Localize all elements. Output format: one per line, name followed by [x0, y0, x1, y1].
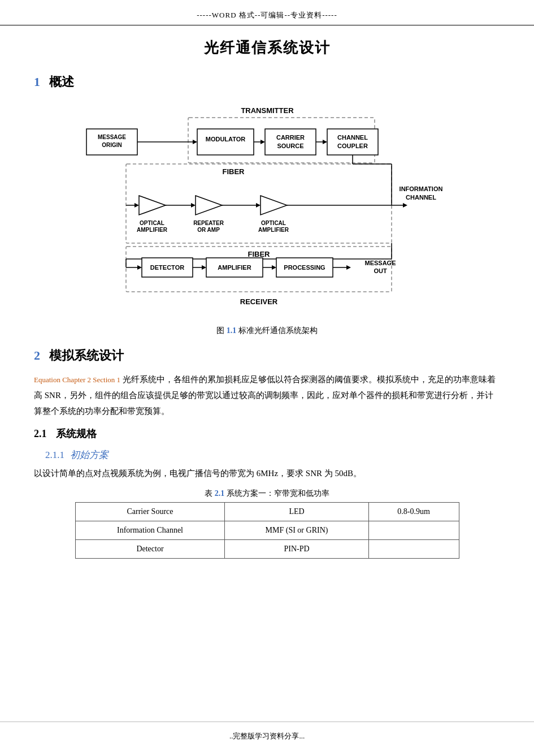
section2-title: 模拟系统设计	[49, 347, 124, 364]
caption-fig: 图	[216, 326, 224, 335]
table-caption-num: 2.1	[215, 489, 225, 498]
subsection-text: 以设计简单的点对点视频系统为例，电视广播信号的带宽为 6MHz，要求 SNR 为…	[34, 466, 500, 482]
table-cell: MMF (SI or GRIN)	[225, 521, 368, 540]
table-cell: Information Channel	[75, 521, 225, 540]
header-text: -----WORD 格式--可编辑--专业资料-----	[197, 11, 337, 19]
section1-num: 1	[34, 75, 40, 89]
table-cell: 0.8-0.9um	[368, 503, 459, 521]
table-row: DetectorPIN-PD	[75, 540, 459, 559]
svg-marker-33	[261, 196, 287, 215]
svg-text:MODULATOR: MODULATOR	[205, 136, 245, 142]
svg-text:MESSAGE: MESSAGE	[97, 134, 125, 140]
equation-ref: Equation Chapter 2 Section 1	[34, 375, 120, 384]
table-cell: PIN-PD	[225, 540, 368, 559]
svg-marker-58	[272, 265, 276, 270]
svg-text:OR AMP: OR AMP	[197, 227, 220, 233]
svg-text:MESSAGE: MESSAGE	[364, 260, 396, 266]
table-row: Information ChannelMMF (SI or GRIN)	[75, 521, 459, 540]
main-title: 光纤通信系统设计	[0, 38, 534, 58]
svg-marker-29	[191, 203, 196, 208]
subsection21-num: 2.1	[34, 428, 47, 440]
caption-num: 1.1	[227, 326, 237, 335]
svg-text:AMPLIFIER: AMPLIFIER	[137, 227, 168, 233]
svg-text:DETECTOR: DETECTOR	[150, 264, 184, 271]
svg-text:RECEIVER: RECEIVER	[240, 297, 277, 306]
svg-text:CHANNEL: CHANNEL	[406, 194, 436, 201]
svg-text:CARRIER: CARRIER	[276, 134, 304, 141]
diagram-area: TRANSMITTER MESSAGE ORIGIN MODULATOR CAR…	[70, 101, 465, 321]
body-paragraph: Equation Chapter 2 Section 1 光纤系统中，各组件的累…	[34, 372, 500, 419]
svg-marker-14	[323, 140, 327, 144]
svg-text:FIBER: FIBER	[248, 250, 270, 258]
svg-text:FIBER: FIBER	[222, 167, 245, 176]
table-row: Carrier SourceLED0.8-0.9um	[75, 503, 459, 521]
section1-heading: 1 概述	[34, 74, 534, 90]
table-cell: Carrier Source	[75, 503, 225, 521]
svg-rect-10	[265, 129, 316, 155]
section2-heading: 2 模拟系统设计	[34, 347, 534, 364]
subsubsection211-num: 2.1.1	[45, 450, 64, 461]
footer-text: ..完整版学习资料分享...	[229, 732, 305, 740]
svg-text:AMPLIFIER: AMPLIFIER	[258, 227, 289, 233]
subsubsection211-title: 初始方案	[70, 448, 108, 461]
svg-marker-9	[261, 140, 265, 144]
transmitter-label: TRANSMITTER	[241, 106, 294, 115]
data-table: Carrier SourceLED0.8-0.9umInformation Ch…	[75, 502, 459, 559]
svg-marker-50	[137, 265, 142, 270]
section2-num: 2	[34, 348, 40, 363]
svg-marker-5	[193, 140, 197, 144]
svg-marker-54	[202, 265, 206, 270]
svg-text:SOURCE: SOURCE	[277, 142, 303, 149]
svg-marker-32	[256, 203, 261, 208]
diagram-caption: 图 1.1 标准光纤通信系统架构	[0, 326, 534, 336]
svg-text:INFORMATION: INFORMATION	[399, 185, 442, 192]
table-caption: 表 2.1 系统方案一：窄带宽和低功率	[0, 489, 534, 499]
page: -----WORD 格式--可编辑--专业资料----- 光纤通信系统设计 1 …	[0, 0, 534, 756]
svg-text:REPEATER: REPEATER	[193, 220, 224, 226]
svg-marker-26	[134, 203, 139, 208]
svg-marker-37	[403, 203, 407, 208]
svg-marker-62	[346, 265, 351, 270]
svg-text:CHANNEL: CHANNEL	[337, 134, 368, 141]
svg-text:PROCESSING: PROCESSING	[284, 264, 325, 271]
table-cell: Detector	[75, 540, 225, 559]
caption-text: 标准光纤通信系统架构	[238, 326, 318, 335]
section1-title: 概述	[49, 74, 74, 90]
svg-rect-15	[327, 129, 378, 155]
svg-text:OPTICAL: OPTICAL	[261, 220, 286, 226]
svg-text:AMPLIFIER: AMPLIFIER	[218, 264, 251, 271]
table-cell	[368, 540, 459, 559]
svg-text:ORIGIN: ORIGIN	[102, 142, 122, 148]
svg-text:COUPLER: COUPLER	[337, 142, 368, 149]
footer-bar: ..完整版学习资料分享...	[0, 722, 534, 746]
header-bar: -----WORD 格式--可编辑--专业资料-----	[0, 0, 534, 25]
svg-text:OPTICAL: OPTICAL	[140, 220, 164, 226]
subsubsection211-heading: 2.1.1 初始方案	[45, 448, 534, 461]
svg-marker-30	[196, 196, 222, 215]
table-cell	[368, 521, 459, 540]
system-diagram: TRANSMITTER MESSAGE ORIGIN MODULATOR CAR…	[70, 101, 465, 321]
subsection21-title: 系统规格	[56, 427, 97, 440]
subsection21-heading: 2.1 系统规格	[34, 427, 534, 440]
svg-text:OUT: OUT	[374, 267, 387, 274]
table-caption-text: 系统方案一：窄带宽和低功率	[227, 489, 329, 498]
svg-marker-27	[139, 196, 166, 215]
table-caption-prefix: 表	[205, 489, 212, 498]
table-cell: LED	[225, 503, 368, 521]
